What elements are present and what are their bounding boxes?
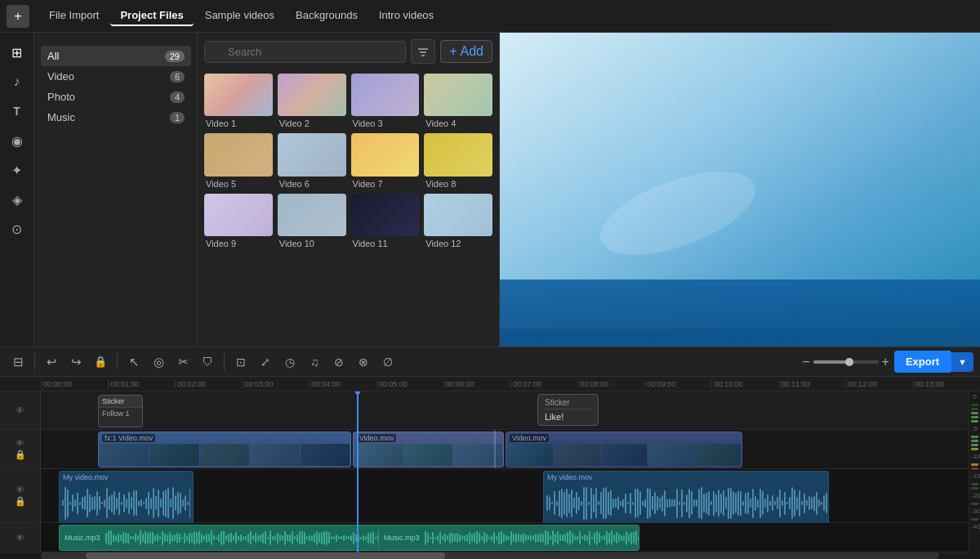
media-item-v2[interactable]: Video 2 [278, 74, 346, 128]
sidebar-icon-transition[interactable]: ⊙ [4, 216, 30, 242]
add-media-button[interactable]: + Add [440, 40, 492, 63]
clock-button[interactable]: ◷ [278, 351, 301, 373]
video-track: fx:1 Video.mov Video.mov [41, 430, 969, 468]
crop-button[interactable]: ⊡ [229, 351, 252, 373]
eye-icon[interactable]: 👁 [16, 405, 24, 415]
sidebar-icon-text[interactable]: T [4, 98, 30, 124]
ruler-mark-3: 00:03:00 [242, 380, 309, 388]
eye-icon-3[interactable]: 👁 [16, 485, 24, 494]
video-clip-2[interactable]: Video.mov [353, 432, 504, 467]
mute-button-2[interactable]: ∅ [376, 351, 399, 373]
media-item-v3[interactable]: Video 3 [351, 74, 420, 128]
zoom-plus-button[interactable]: + [882, 355, 889, 369]
zoom-control: − + [802, 355, 889, 369]
audio-clip-1[interactable]: My video.mov // Generate waveform bars i… [59, 471, 194, 525]
audio-button[interactable]: ♫ [303, 351, 326, 373]
media-item-v5[interactable]: Video 5 [204, 133, 273, 188]
media-item-v11[interactable]: Video 11 [351, 194, 420, 248]
lock-button[interactable]: 🔒 [89, 351, 112, 373]
media-item-v1[interactable]: Video 1 [204, 74, 273, 128]
scrollbar-thumb[interactable] [86, 552, 445, 559]
tab-sample-videos[interactable]: Sample videos [195, 6, 284, 26]
timeline: ⊟ ↩ ↪ 🔒 ↖ ◎ ✂ ⛉ ⊡ ⤢ ◷ ♫ ⊘ ⊗ ∅ − + Expo [0, 347, 980, 559]
zoom-fill [813, 360, 849, 364]
detach-button[interactable]: ⊘ [327, 351, 350, 373]
ruler-mark-8: 00:08:00 [577, 380, 644, 388]
media-item-v6[interactable]: Video 6 [278, 133, 346, 188]
media-label-v1: Video 1 [204, 119, 273, 128]
audio-clip-2[interactable]: My video.mov [543, 471, 829, 525]
export-dropdown-button[interactable]: ▼ [951, 352, 973, 372]
magnet-button[interactable]: ◎ [147, 351, 170, 373]
media-item-v10[interactable]: Video 10 [278, 194, 346, 248]
zoom-slider[interactable] [813, 360, 879, 364]
media-item-v7[interactable]: Video 7 [351, 133, 420, 188]
media-item-v12[interactable]: Video 12 [424, 194, 492, 248]
music-clip-2[interactable]: Music.mp3 [378, 525, 639, 551]
undo-button[interactable]: ↩ [40, 351, 63, 373]
filter-button[interactable] [411, 39, 435, 64]
sticker-clip-1[interactable]: Sticker Follow 1 [98, 395, 143, 427]
music-track: Music.mp3 Music.mp3 [41, 523, 969, 552]
media-item-v4[interactable]: Video 4 [424, 74, 492, 128]
select-button[interactable]: ↖ [122, 351, 145, 373]
timeline-tracks: 👁 👁 🔒 👁 🔒 👁 [0, 391, 980, 552]
sidebar-icon-effect[interactable]: ✦ [4, 157, 30, 183]
media-thumb-v2 [278, 74, 346, 116]
search-input[interactable] [204, 41, 406, 63]
volume-meter: 0 -5 -10 -15 -20 -30 [969, 391, 980, 552]
category-photo[interactable]: Photo 4 [41, 87, 191, 107]
eye-icon-2[interactable]: 👁 [16, 438, 24, 448]
category-all[interactable]: All 29 [41, 46, 191, 66]
audio-clip-2-label: My video.mov [544, 472, 828, 483]
timeline-scrollbar[interactable] [0, 552, 980, 559]
eye-icon-4[interactable]: 👁 [16, 533, 24, 543]
tab-intro-videos[interactable]: Intro videos [369, 6, 443, 26]
media-thumb-v12 [424, 194, 492, 236]
sidebar-icon-filter[interactable]: ◈ [4, 186, 30, 212]
lock-icon[interactable]: 🔒 [15, 449, 26, 460]
sidebar-icon-music[interactable]: ♪ [4, 69, 30, 95]
track-header-audio: 👁 🔒 [0, 469, 40, 523]
media-label-v4: Video 4 [424, 119, 492, 128]
tab-file-import[interactable]: File Import [39, 6, 109, 26]
sidebar-icon-sticker[interactable]: ◉ [4, 127, 30, 154]
cut-button[interactable]: ✂ [172, 351, 194, 373]
tooltip-label: Sticker [545, 398, 591, 409]
media-thumb-v11 [351, 194, 420, 236]
media-label-v3: Video 3 [351, 119, 420, 128]
export-button[interactable]: Export [894, 351, 951, 373]
media-label-v12: Video 12 [424, 239, 492, 248]
filter-tracks-button[interactable]: ⊟ [7, 351, 29, 373]
video-clip-1[interactable]: fx:1 Video.mov [98, 432, 351, 467]
lock-icon-2[interactable]: 🔒 [15, 496, 26, 507]
zoom-thumb [845, 358, 853, 366]
media-item-v8[interactable]: Video 8 [424, 133, 492, 188]
media-item-v9[interactable]: Video 9 [204, 194, 273, 248]
separator-1 [34, 354, 35, 370]
shield-button[interactable]: ⛉ [196, 351, 219, 373]
sidebar-icon-media[interactable]: ⊞ [4, 39, 30, 65]
ruler-mark-10: 00:10:00 [711, 380, 778, 388]
video-clip-3[interactable]: Video.mov [506, 432, 742, 467]
category-music[interactable]: Music 1 [41, 107, 191, 127]
category-video[interactable]: Video 6 [41, 66, 191, 87]
mute-audio-button[interactable]: ⊗ [352, 351, 375, 373]
video-clip-3-label: Video.mov [510, 434, 549, 442]
ruler-marks: 00:00:00 00:01:00 00:02:00 00:03:00 00:0… [41, 380, 980, 388]
track-headers: 👁 👁 🔒 👁 🔒 👁 [0, 391, 41, 552]
add-button[interactable]: + [7, 5, 29, 28]
sticker-tooltip: Sticker Like! [537, 394, 599, 426]
ruler-mark-12: 00:12:00 [846, 380, 913, 388]
zoom-minus-button[interactable]: − [802, 355, 809, 369]
music-clip-2-label: Music.mp3 [379, 532, 425, 543]
redo-button[interactable]: ↪ [65, 351, 87, 373]
tab-project-files[interactable]: Project Files [110, 6, 193, 26]
sticker-clip-1-label: Sticker [99, 396, 142, 408]
media-label-v5: Video 5 [204, 179, 273, 189]
media-thumb-v10 [278, 194, 346, 236]
media-label-v6: Video 6 [278, 179, 346, 189]
media-thumb-v6 [278, 133, 346, 176]
tab-backgrounds[interactable]: Backgrounds [286, 6, 368, 26]
transform-button[interactable]: ⤢ [254, 351, 277, 373]
